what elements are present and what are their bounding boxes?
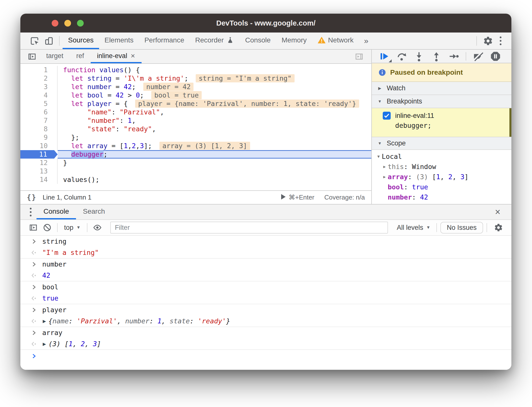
- code-token: 2: [132, 142, 136, 150]
- issues-counter-button[interactable]: No Issues: [440, 222, 483, 234]
- step-into-icon[interactable]: [414, 51, 424, 62]
- code-line-content[interactable]: function values() {: [58, 66, 371, 74]
- menu-kebab-icon[interactable]: [495, 36, 506, 45]
- code-line-content[interactable]: "state": "ready",: [58, 125, 371, 133]
- resume-script-icon[interactable]: [379, 51, 390, 62]
- line-number[interactable]: 3: [20, 83, 58, 91]
- step-out-icon[interactable]: [431, 51, 442, 62]
- drawer-tab-search[interactable]: Search: [76, 204, 112, 219]
- console-prompt-row[interactable]: [20, 350, 511, 362]
- file-tab-target[interactable]: target: [40, 50, 70, 63]
- line-number[interactable]: 6: [20, 108, 58, 116]
- code-token: state: [170, 317, 190, 325]
- scope-tree-item[interactable]: ▶array: (3) [1, 2, 3]: [372, 172, 511, 182]
- close-tab-icon[interactable]: ×: [131, 52, 135, 60]
- expand-triangle-icon[interactable]: ▶: [43, 341, 46, 346]
- deactivate-breakpoints-icon[interactable]: [473, 51, 484, 62]
- code-line: 5 let player = {player = {name: 'Parziva…: [20, 100, 371, 108]
- expand-triangle-icon[interactable]: ▶: [43, 319, 46, 324]
- filter-input[interactable]: [110, 222, 388, 234]
- show-navigator-icon[interactable]: [24, 50, 40, 63]
- code-line-content[interactable]: let bool = 42 > 0;bool = true: [58, 91, 371, 100]
- console-sidebar-icon[interactable]: [27, 223, 40, 232]
- breakpoint-code: debugger;: [395, 122, 511, 129]
- code-line-content[interactable]: let array = [1,2,3];array = (3) [1, 2, 3…: [58, 142, 371, 150]
- code-line-content[interactable]: let player = {player = {name: 'Parzival'…: [58, 100, 371, 108]
- chevron-right-icon[interactable]: ▶: [381, 202, 388, 204]
- clear-console-icon[interactable]: [41, 223, 54, 232]
- breakpoint-checkbox[interactable]: [383, 112, 391, 120]
- chevron-right-icon[interactable]: ▶: [381, 162, 388, 172]
- line-number[interactable]: 4: [20, 91, 58, 100]
- line-number[interactable]: 9: [20, 133, 58, 142]
- line-number[interactable]: 1: [20, 66, 58, 74]
- more-tabs-icon[interactable]: »: [359, 33, 373, 49]
- code-line-content[interactable]: debugger;: [58, 150, 371, 159]
- resume-dropdown-icon[interactable]: [389, 59, 392, 62]
- file-tab-ref[interactable]: ref: [70, 50, 91, 63]
- console-row-text: 42: [42, 271, 50, 279]
- log-levels-selector[interactable]: All levels ▼: [394, 224, 433, 232]
- console-settings-gear-icon[interactable]: [492, 223, 505, 232]
- line-number[interactable]: 2: [20, 74, 58, 83]
- line-number[interactable]: 10: [20, 142, 58, 150]
- console-result-row: 42: [20, 270, 511, 281]
- line-number[interactable]: 5: [20, 100, 58, 108]
- code-line-content[interactable]: [58, 167, 371, 175]
- tab-recorder[interactable]: Recorder: [190, 33, 240, 49]
- code-line-content[interactable]: let number = 42;number = 42: [58, 83, 371, 91]
- code-line-content[interactable]: };: [58, 133, 371, 142]
- device-toolbar-icon[interactable]: [42, 33, 56, 49]
- toggle-debugger-sidebar-icon[interactable]: [351, 50, 367, 63]
- drawer-tab-console[interactable]: Console: [37, 204, 76, 219]
- minimize-window-button[interactable]: [64, 20, 71, 27]
- format-braces-icon[interactable]: {}: [27, 193, 37, 202]
- tab-sources[interactable]: Sources: [63, 33, 99, 49]
- scope-section-header[interactable]: ▼ Scope: [372, 137, 511, 150]
- line-number[interactable]: 7: [20, 116, 58, 125]
- scope-tree-item[interactable]: ▶player: {name: 'Parzival', number: 1, s…: [372, 202, 511, 204]
- execution-line-marker[interactable]: 11: [20, 150, 58, 159]
- code-line-content[interactable]: "number": 1,: [58, 116, 371, 125]
- scope-tree-item[interactable]: ▼Local: [372, 151, 511, 162]
- chevron-right-icon[interactable]: ▶: [381, 172, 388, 182]
- watch-section-header[interactable]: ▶ Watch: [372, 82, 511, 95]
- step-over-icon[interactable]: [396, 51, 407, 62]
- tab-memory[interactable]: Memory: [276, 33, 312, 49]
- chevron-down-icon[interactable]: ▼: [375, 151, 382, 162]
- inspect-icon[interactable]: [27, 33, 42, 49]
- code-token: "state": [87, 125, 116, 133]
- tab-performance[interactable]: Performance: [139, 33, 190, 49]
- gear-icon[interactable]: [481, 36, 495, 46]
- live-expression-eye-icon[interactable]: [91, 223, 104, 232]
- pause-on-exceptions-icon[interactable]: [490, 51, 501, 62]
- code-line-content[interactable]: }: [58, 159, 371, 167]
- code-line-content[interactable]: values();: [58, 175, 371, 184]
- line-number[interactable]: 8: [20, 125, 58, 133]
- line-number[interactable]: 13: [20, 167, 58, 175]
- tab-console[interactable]: Console: [240, 33, 276, 49]
- breakpoint-entry[interactable]: inline-eval:11 debugger;: [372, 108, 511, 137]
- file-tab-inline-eval[interactable]: inline-eval ×: [91, 50, 142, 63]
- code-line-content[interactable]: let string = 'I\'m a string';string = "I…: [58, 74, 371, 83]
- code-line-content[interactable]: "name": "Parzival",: [58, 108, 371, 116]
- scope-tree-item[interactable]: ▶this: Window: [372, 162, 511, 172]
- scope-tree-item[interactable]: number: 42: [372, 192, 511, 202]
- scope-tree-item[interactable]: bool: true: [372, 182, 511, 192]
- code-editor[interactable]: 1function values() {2 let string = 'I\'m…: [20, 64, 371, 190]
- breakpoints-section-header[interactable]: ▼ Breakpoints: [372, 95, 511, 108]
- line-number[interactable]: 12: [20, 159, 58, 167]
- close-window-button[interactable]: [52, 20, 58, 27]
- scope-tree[interactable]: ▼Local▶this: Window▶array: (3) [1, 2, 3]…: [372, 150, 511, 204]
- inline-eval-value: player = {name: 'Parzival', number: 1, s…: [135, 100, 359, 108]
- tab-network[interactable]: Network: [312, 33, 359, 49]
- zoom-window-button[interactable]: [77, 20, 84, 27]
- drawer-menu-kebab-icon[interactable]: [25, 204, 37, 219]
- tab-elements[interactable]: Elements: [99, 33, 139, 49]
- context-selector[interactable]: top ▼: [61, 224, 83, 232]
- step-icon[interactable]: [448, 51, 459, 62]
- code-token: [63, 142, 71, 150]
- coverage-status: Coverage: n/a: [324, 194, 365, 201]
- line-number[interactable]: 14: [20, 175, 58, 184]
- close-drawer-icon[interactable]: ×: [489, 204, 507, 219]
